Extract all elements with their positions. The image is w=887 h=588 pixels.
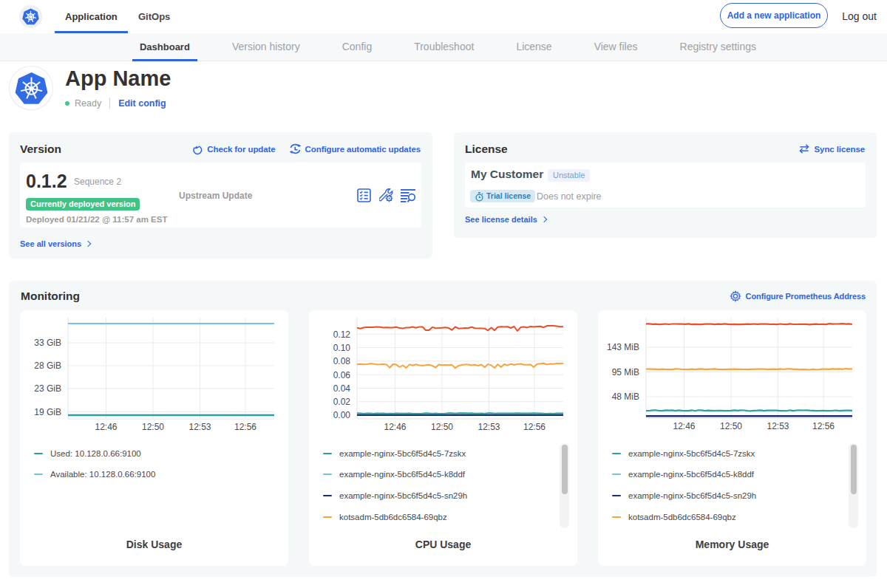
svg-text:12:53: 12:53 (767, 421, 789, 431)
svg-text:12:56: 12:56 (523, 422, 546, 432)
svg-text:12:46: 12:46 (95, 422, 117, 432)
svg-text:12:50: 12:50 (431, 422, 453, 432)
svg-text:28 GiB: 28 GiB (34, 360, 61, 371)
svg-text:95 MiB: 95 MiB (612, 367, 639, 377)
svg-text:33 GiB: 33 GiB (34, 338, 61, 348)
svg-text:12:56: 12:56 (234, 422, 256, 432)
svg-text:143 MiB: 143 MiB (607, 342, 639, 352)
svg-text:0.04: 0.04 (333, 383, 351, 394)
svg-text:0.08: 0.08 (333, 356, 351, 366)
svg-text:12:50: 12:50 (720, 421, 742, 431)
svg-text:0.06: 0.06 (333, 370, 351, 380)
svg-text:12:46: 12:46 (384, 422, 406, 432)
svg-text:0.00: 0.00 (333, 410, 351, 420)
svg-text:0.12: 0.12 (333, 329, 351, 340)
svg-text:0.10: 0.10 (333, 343, 351, 353)
svg-text:19 GiB: 19 GiB (34, 407, 61, 417)
svg-text:12:46: 12:46 (673, 421, 695, 431)
svg-text:0.02: 0.02 (333, 397, 351, 407)
svg-text:12:56: 12:56 (812, 421, 835, 431)
svg-text:12:50: 12:50 (142, 422, 164, 432)
svg-text:48 MiB: 48 MiB (612, 392, 639, 402)
svg-text:23 GiB: 23 GiB (34, 383, 61, 394)
svg-text:12:53: 12:53 (478, 422, 500, 432)
svg-text:12:53: 12:53 (188, 422, 211, 432)
